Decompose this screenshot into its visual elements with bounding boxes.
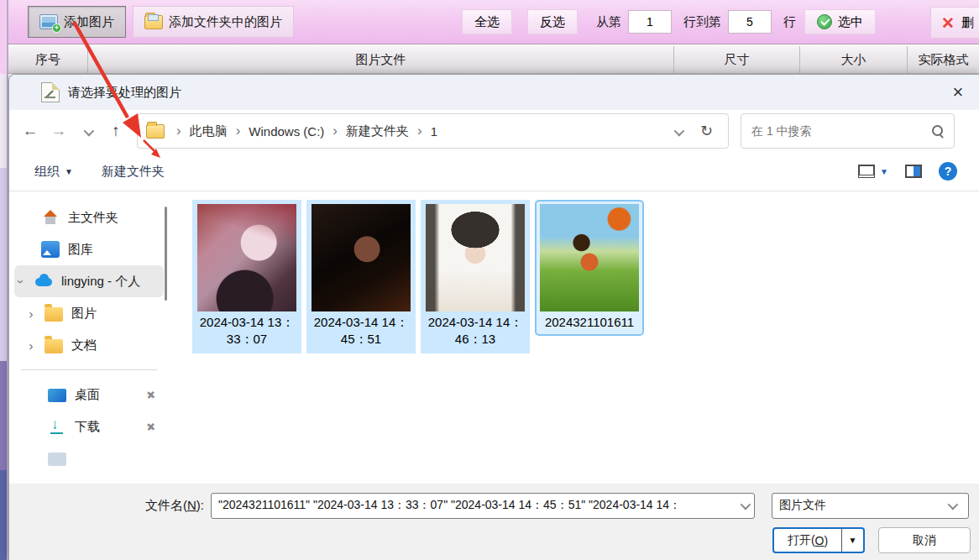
- add-image-icon: +: [39, 14, 58, 29]
- sidebar-item-home[interactable]: 主文件夹: [14, 201, 164, 233]
- filetype-value: 图片文件: [779, 498, 941, 513]
- add-image-label: 添加图片: [64, 14, 114, 30]
- file-tile-2[interactable]: 2024-03-14 14：45：51: [306, 200, 416, 353]
- sidebar-item-label: 桌面: [75, 387, 100, 403]
- filename-combobox[interactable]: [211, 493, 755, 519]
- folder-image-icon: [144, 15, 163, 29]
- dialog-title: 请选择要处理的图片: [68, 85, 181, 101]
- dialog-navbar: ← → ↑ › 此电脑 › Windows (C:) › 新建文件夹 › 1 ↻: [9, 110, 979, 152]
- sidebar-item-onedrive[interactable]: › lingying - 个人: [14, 265, 164, 297]
- file-label: 2024321101611: [539, 314, 640, 331]
- col-image-file[interactable]: 图片文件: [88, 46, 674, 73]
- invert-select-button[interactable]: 反选: [527, 9, 578, 34]
- breadcrumb-new-folder[interactable]: 新建文件夹: [346, 123, 409, 139]
- delete-x-icon: ✕: [941, 15, 955, 31]
- from-row-label: 从第: [596, 14, 621, 30]
- file-tile-1[interactable]: 2024-03-14 13：33：07: [192, 200, 301, 353]
- search-input[interactable]: [751, 124, 932, 138]
- search-box[interactable]: [741, 113, 955, 149]
- breadcrumb-drive-c[interactable]: Windows (C:): [249, 124, 324, 139]
- filename-dropdown-icon[interactable]: [734, 502, 754, 510]
- breadcrumb-separator: ›: [176, 123, 181, 139]
- check-icon: [817, 14, 832, 29]
- sidebar-item-pictures[interactable]: › 图片: [14, 297, 164, 329]
- col-dimensions[interactable]: 尺寸: [674, 46, 800, 73]
- sidebar-item-label: 图库: [68, 242, 93, 258]
- select-marked-button[interactable]: 选中: [804, 9, 876, 34]
- thumbnail-portrait-pink: [197, 204, 296, 311]
- to-row-input[interactable]: [728, 10, 772, 34]
- delete-button[interactable]: ✕ 删: [930, 7, 979, 39]
- breadcrumb-separator: ›: [236, 123, 241, 139]
- downloads-icon: [48, 418, 66, 435]
- select-all-button[interactable]: 全选: [462, 9, 512, 34]
- file-tile-4[interactable]: 2024321101611: [535, 200, 644, 336]
- breadcrumb[interactable]: › 此电脑 › Windows (C:) › 新建文件夹 › 1 ↻: [137, 113, 729, 149]
- organize-caret-icon: ▼: [65, 167, 73, 176]
- expand-chevron-icon[interactable]: ›: [24, 306, 38, 321]
- image-table-header: 序号 图片文件 尺寸 大小 实际格式: [8, 45, 979, 74]
- sidebar-item-desktop[interactable]: 桌面 ✚: [14, 379, 164, 411]
- pin-icon: ✚: [144, 387, 159, 403]
- preview-pane-icon[interactable]: [905, 165, 922, 178]
- address-dropdown-icon[interactable]: [674, 124, 682, 139]
- gallery-icon: [41, 241, 60, 258]
- thumbnail-girl-kite: [540, 204, 639, 311]
- organize-menu[interactable]: 组织 ▼: [34, 164, 73, 180]
- breadcrumb-separator: ›: [417, 123, 422, 139]
- cancel-button[interactable]: 取消: [878, 527, 971, 553]
- sidebar-item-label: 下载: [75, 419, 100, 435]
- sidebar-item-gallery[interactable]: 图库: [14, 233, 164, 265]
- select-marked-label: 选中: [838, 14, 863, 30]
- add-folder-images-button[interactable]: 添加文件夹中的图片: [133, 6, 294, 38]
- add-folder-images-label: 添加文件夹中的图片: [169, 14, 282, 30]
- file-tile-3[interactable]: 2024-03-14 14：46：13: [421, 200, 530, 353]
- filetype-dropdown-icon: [941, 502, 961, 510]
- filename-label: 文件名(N):: [9, 498, 211, 514]
- col-format[interactable]: 实际格式: [908, 46, 979, 73]
- from-row-input[interactable]: [628, 10, 672, 34]
- file-label: 2024-03-14 13：33：07: [196, 314, 297, 348]
- filename-input[interactable]: [212, 499, 734, 512]
- add-image-button[interactable]: + 添加图片: [28, 6, 126, 38]
- open-dropdown-icon[interactable]: ▼: [841, 529, 863, 552]
- to-row-label: 行到第: [683, 14, 721, 30]
- close-icon[interactable]: ×: [944, 78, 972, 107]
- dialog-titlebar: 请选择要处理的图片 ×: [9, 75, 979, 110]
- breadcrumb-separator: ›: [332, 123, 338, 139]
- col-index[interactable]: 序号: [8, 46, 88, 73]
- refresh-icon[interactable]: ↻: [700, 122, 713, 140]
- new-folder-button[interactable]: 新建文件夹: [102, 164, 165, 180]
- breadcrumb-folder-1[interactable]: 1: [431, 124, 437, 139]
- dialog-image-icon: [41, 82, 60, 102]
- sidebar-item-documents[interactable]: › 文档: [14, 329, 164, 361]
- help-icon[interactable]: ?: [939, 162, 957, 181]
- sidebar-item-partial[interactable]: [14, 442, 164, 474]
- app-toolbar: + 添加图片 添加文件夹中的图片 全选 反选 从第 行到第 行 选中: [8, 0, 979, 44]
- back-icon[interactable]: ←: [16, 122, 44, 140]
- view-icon: [858, 165, 875, 178]
- organize-label: 组织: [34, 164, 60, 180]
- view-options-button[interactable]: ▼: [858, 165, 888, 178]
- sidebar-item-downloads[interactable]: 下载 ✚: [14, 411, 164, 442]
- thumbnail-portrait-dark: [312, 204, 411, 311]
- breadcrumb-this-pc[interactable]: 此电脑: [190, 123, 228, 139]
- collapse-chevron-icon[interactable]: ›: [14, 275, 29, 288]
- filetype-select[interactable]: 图片文件: [772, 493, 969, 519]
- delete-label: 删: [961, 15, 974, 31]
- sidebar-item-label: 文档: [71, 338, 97, 353]
- forward-icon[interactable]: →: [44, 122, 73, 140]
- dialog-footer: 文件名(N): 图片文件 打开(O) ▼ 取消: [9, 484, 979, 560]
- view-caret-icon: ▼: [880, 167, 888, 176]
- up-icon[interactable]: ↑: [102, 122, 130, 140]
- sidebar-item-label: 图片: [71, 306, 97, 322]
- onedrive-cloud-icon: [34, 273, 53, 290]
- open-button[interactable]: 打开(O) ▼: [772, 527, 865, 553]
- sidebar-scrollbar[interactable]: [165, 207, 167, 301]
- recent-chevron-icon[interactable]: [73, 122, 102, 140]
- desktop-icon: [48, 389, 66, 402]
- pin-icon: ✚: [144, 419, 159, 435]
- breadcrumb-folder-icon: [146, 124, 165, 139]
- col-size[interactable]: 大小: [800, 46, 908, 73]
- expand-chevron-icon[interactable]: ›: [24, 338, 38, 353]
